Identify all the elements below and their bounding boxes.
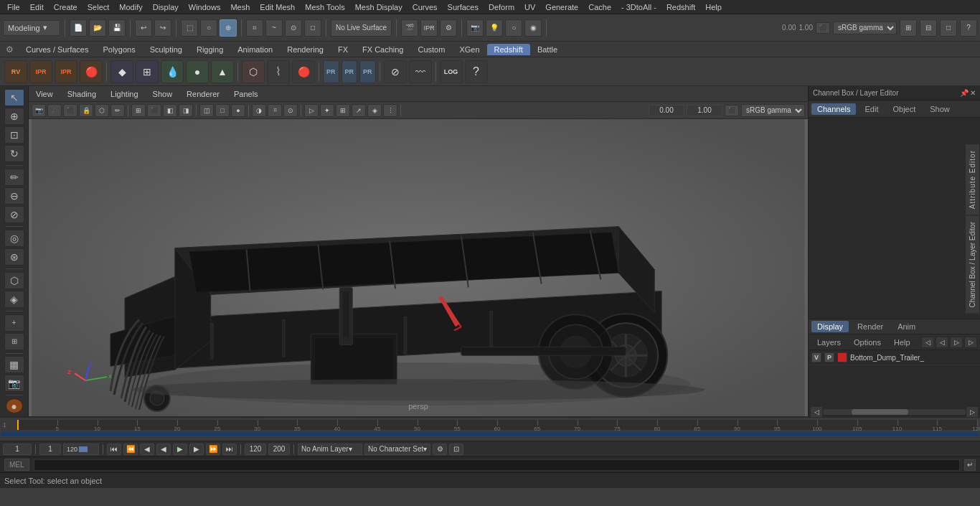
vp-tb-cam3[interactable]: ⬛: [63, 104, 77, 117]
menu-select[interactable]: Select: [83, 1, 114, 13]
render-btn[interactable]: 🎬: [401, 19, 418, 37]
shelf-icon-diamond[interactable]: ◆: [110, 60, 133, 83]
menu-help[interactable]: Help: [701, 1, 726, 13]
vp-tb-light[interactable]: ◨: [179, 104, 193, 117]
vp-menu-shading[interactable]: Shading: [65, 88, 99, 100]
poly-comp-btn[interactable]: ⬡: [4, 272, 24, 289]
shelf-tab-fx-caching[interactable]: FX Caching: [355, 44, 410, 55]
menu-mesh[interactable]: Mesh: [226, 1, 254, 13]
shelf-tab-fx[interactable]: FX: [331, 44, 355, 55]
open-btn[interactable]: 📂: [89, 19, 106, 37]
shelf-tab-rendering[interactable]: Rendering: [280, 44, 331, 55]
anim-extra-btn[interactable]: ⊡: [449, 444, 463, 455]
menu-uv[interactable]: UV: [520, 1, 540, 13]
shelf-tab-custom[interactable]: Custom: [411, 44, 453, 55]
rpanel-tab-edit[interactable]: Edit: [859, 103, 884, 115]
camera-btn[interactable]: 📷: [4, 375, 24, 392]
active-tool[interactable]: ⊕: [220, 19, 237, 37]
next-key-btn[interactable]: ⏩: [206, 444, 220, 455]
vp-tb-mesh[interactable]: ⬡: [95, 104, 109, 117]
menu-mesh-display[interactable]: Mesh Display: [351, 1, 407, 13]
help-btn[interactable]: ?: [960, 19, 977, 37]
vp-tb-grid2[interactable]: ⋮: [383, 104, 397, 117]
goto-start-btn[interactable]: ⏮: [107, 444, 121, 455]
vp-tb-effects[interactable]: ✦: [320, 104, 334, 117]
vp-tb-grid[interactable]: ⊞: [336, 104, 350, 117]
menu-3dtooall[interactable]: - 3DtoAll -: [617, 1, 661, 13]
select-tool-btn[interactable]: ↖: [4, 89, 24, 106]
shelf-icon-rv[interactable]: RV: [4, 60, 27, 83]
vp-tb-xray[interactable]: ◫: [199, 104, 214, 117]
menu-edit[interactable]: Edit: [26, 1, 48, 13]
range-start-input[interactable]: [39, 444, 61, 455]
scroll-right[interactable]: ▷: [966, 406, 979, 418]
menu-surfaces[interactable]: Surfaces: [443, 1, 483, 13]
shelf-icon-mountain[interactable]: ▲: [211, 60, 234, 83]
select-tool[interactable]: ⬚: [181, 19, 198, 37]
mel-btn[interactable]: MEL: [4, 459, 29, 471]
snap-curve[interactable]: ~: [265, 19, 283, 37]
shelf-tab-redshift[interactable]: Redshift: [487, 44, 530, 55]
shelf-icon-ipr[interactable]: IPR: [29, 60, 52, 83]
shelf-icon-pr1[interactable]: PR: [323, 60, 339, 83]
shelf-tab-sculpting[interactable]: Sculpting: [143, 44, 189, 55]
anim-settings-btn[interactable]: ⚙: [433, 444, 447, 455]
snap-group[interactable]: +: [4, 314, 24, 332]
le-tab-anim[interactable]: Anim: [892, 321, 921, 332]
render-region-btn[interactable]: ▦: [4, 356, 24, 373]
scale-tool-btn[interactable]: ⊡: [4, 126, 24, 144]
layer-btn-1[interactable]: ◁: [921, 337, 934, 348]
shelf-icon-ipr2[interactable]: IPR: [55, 60, 77, 83]
cmd-enter-btn[interactable]: ↵: [964, 459, 976, 471]
vp-tb-cam2[interactable]: 🎥: [47, 104, 62, 117]
rotate-tool-btn[interactable]: ↻: [4, 145, 24, 162]
options-menu[interactable]: Options: [848, 337, 887, 348]
vp-menu-lighting[interactable]: Lighting: [108, 88, 141, 100]
panel-pin-btn[interactable]: 📌: [960, 89, 969, 97]
vp-tb-ssao[interactable]: ●: [231, 104, 245, 117]
snap-view[interactable]: □: [304, 19, 321, 37]
vp-tb-lock[interactable]: 🔒: [79, 104, 93, 117]
vp-colorspace-select[interactable]: sRGB gamma: [741, 104, 805, 117]
menu-cache[interactable]: Cache: [584, 1, 616, 13]
shelf-icon-red-sphere[interactable]: 🔴: [292, 60, 315, 83]
menu-deform[interactable]: Deform: [484, 1, 519, 13]
marquee-btn[interactable]: ⊘: [4, 206, 24, 223]
layer-play-0[interactable]: P: [824, 352, 834, 362]
scrollbar-track[interactable]: [823, 409, 966, 415]
gamma-mode-btn[interactable]: ⬛: [816, 22, 830, 34]
panel-grid-btn[interactable]: ⊟: [920, 19, 937, 37]
vp-tb-hud[interactable]: ◈: [367, 104, 382, 117]
menu-create[interactable]: Create: [50, 1, 82, 13]
prev-frame-btn[interactable]: ◀: [140, 444, 154, 455]
vp-colorspace-btn[interactable]: ⬛: [725, 105, 739, 116]
vp-tb-aa[interactable]: ⌗: [268, 104, 282, 117]
rpanel-tab-object[interactable]: Object: [887, 103, 921, 115]
goto-end-btn[interactable]: ⏭: [222, 444, 237, 455]
shelf-icon-render[interactable]: 🔴: [80, 60, 103, 83]
vp-light2[interactable]: ○: [505, 19, 522, 37]
vp-tb-dof[interactable]: ⊙: [283, 104, 298, 117]
le-tab-render[interactable]: Render: [852, 321, 889, 332]
vp-tb-tex[interactable]: ◧: [163, 104, 177, 117]
menu-modify[interactable]: Modify: [115, 1, 146, 13]
shelf-tab-polygons[interactable]: Polygons: [95, 44, 142, 55]
vp-tb-bounding[interactable]: □: [215, 104, 230, 117]
vp-tb-wireframe[interactable]: ⊞: [131, 104, 146, 117]
char-set-dropdown[interactable]: No Character Set ▾: [364, 444, 430, 455]
gamma-select[interactable]: sRGB gamma: [833, 22, 897, 34]
anim-layer-dropdown[interactable]: No Anim Layer ▾: [298, 444, 362, 455]
attribute-editor-tab[interactable]: Attribute Editor: [965, 144, 980, 215]
current-frame-input[interactable]: [3, 444, 32, 455]
vp-tb-axes[interactable]: ↗: [352, 104, 366, 117]
timeline-ruler[interactable]: 1 51015202530354045505560657075808590951…: [0, 417, 980, 431]
range-end2-input[interactable]: [268, 444, 290, 455]
mode-dropdown[interactable]: Modeling ▾: [3, 20, 60, 36]
rpanel-tab-channels[interactable]: Channels: [811, 103, 856, 115]
vp-light1[interactable]: 💡: [486, 19, 503, 37]
timeline-playhead[interactable]: [17, 420, 19, 430]
vp-cam[interactable]: 📷: [466, 19, 484, 37]
shelf-tab-animation[interactable]: Animation: [230, 44, 280, 55]
menu-windows[interactable]: Windows: [184, 1, 225, 13]
range-end-input[interactable]: [245, 444, 266, 455]
